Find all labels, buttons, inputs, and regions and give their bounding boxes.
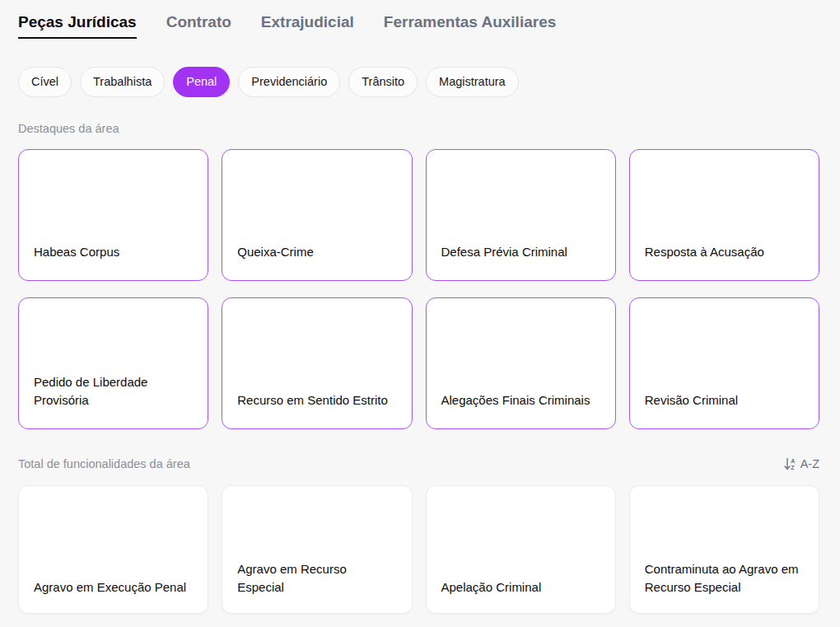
top-nav: Peças Jurídicas Contrato Extrajudicial F… <box>18 13 819 39</box>
tab-label: Contrato <box>166 13 231 30</box>
highlights-section-title: Destaques da área <box>18 122 819 135</box>
tab-label: Ferramentas Auxiliares <box>384 13 556 30</box>
feature-card-contraminuta-ao-agravo-em-recurso-especial[interactable]: Contraminuta ao Agravo em Recurso Especi… <box>629 485 819 614</box>
feature-card-revisao-criminal[interactable]: Revisão Criminal <box>629 297 819 429</box>
tab-ferramentas-auxiliares[interactable]: Ferramentas Auxiliares <box>384 13 556 39</box>
feature-card-queixa-crime[interactable]: Queixa-Crime <box>222 149 412 281</box>
feature-card-agravo-em-recurso-especial[interactable]: Agravo em Recurso Especial <box>222 485 412 614</box>
filter-pill-previdenciario[interactable]: Previdenciário <box>238 67 340 97</box>
tab-pecas-juridicas[interactable]: Peças Jurídicas <box>18 13 137 39</box>
feature-card-label: Apelação Criminal <box>441 578 542 597</box>
total-section-title: Total de funcionalidades da área <box>18 457 190 470</box>
feature-card-resposta-a-acusacao[interactable]: Resposta à Acusação <box>629 149 819 281</box>
feature-card-label: Alegações Finais Criminais <box>441 391 590 409</box>
filter-pill-transito[interactable]: Trânsito <box>348 67 418 97</box>
feature-card-label: Contraminuta ao Agravo em Recurso Especi… <box>645 560 804 597</box>
feature-card-apelacao-criminal[interactable]: Apelação Criminal <box>426 485 616 614</box>
filter-pill-trabalhista[interactable]: Trabalhista <box>80 67 165 97</box>
filter-pill-penal[interactable]: Penal <box>173 67 230 97</box>
tab-contrato[interactable]: Contrato <box>166 13 231 39</box>
feature-card-defesa-previa-criminal[interactable]: Defesa Prévia Criminal <box>426 149 616 281</box>
filter-pill-label: Cível <box>31 75 58 88</box>
sort-alphabetical-button[interactable]: A Z A-Z <box>784 457 819 470</box>
area-filter-pills: Cível Trabalhista Penal Previdenciário T… <box>18 67 819 97</box>
feature-card-label: Revisão Criminal <box>645 391 738 409</box>
filter-pill-label: Magistratura <box>439 75 506 88</box>
filter-pill-magistratura[interactable]: Magistratura <box>426 67 519 97</box>
filter-pill-label: Previdenciário <box>251 75 327 88</box>
feature-card-alegacoes-finais-criminais[interactable]: Alegações Finais Criminais <box>426 297 616 429</box>
feature-card-habeas-corpus[interactable]: Habeas Corpus <box>18 149 208 281</box>
tab-label: Peças Jurídicas <box>18 13 137 30</box>
svg-text:A: A <box>791 458 795 464</box>
feature-card-label: Pedido de Liberdade Provisória <box>34 373 193 409</box>
filter-pill-civel[interactable]: Cível <box>18 67 72 97</box>
highlights-grid: Habeas Corpus Queixa-Crime Defesa Prévia… <box>18 149 819 429</box>
sort-label: A-Z <box>800 457 819 470</box>
feature-card-recurso-em-sentido-estrito[interactable]: Recurso em Sentido Estrito <box>222 297 412 429</box>
tab-label: Extrajudicial <box>261 13 354 30</box>
all-features-grid: Agravo em Execução Penal Agravo em Recur… <box>18 485 819 614</box>
total-section-header: Total de funcionalidades da área A Z A-Z <box>18 457 819 470</box>
feature-card-label: Defesa Prévia Criminal <box>441 243 567 261</box>
feature-card-agravo-em-execucao-penal[interactable]: Agravo em Execução Penal <box>18 485 208 614</box>
filter-pill-label: Trânsito <box>362 75 404 88</box>
svg-text:Z: Z <box>791 465 795 470</box>
feature-card-label: Habeas Corpus <box>34 243 119 261</box>
feature-card-pedido-de-liberdade-provisoria[interactable]: Pedido de Liberdade Provisória <box>18 297 208 429</box>
feature-card-label: Resposta à Acusação <box>645 243 764 261</box>
filter-pill-label: Penal <box>186 75 217 88</box>
feature-card-label: Queixa-Crime <box>237 243 314 261</box>
tab-extrajudicial[interactable]: Extrajudicial <box>261 13 354 39</box>
feature-card-label: Recurso em Sentido Estrito <box>237 391 388 409</box>
filter-pill-label: Trabalhista <box>93 75 152 88</box>
main-content: Peças Jurídicas Contrato Extrajudicial F… <box>0 0 840 614</box>
feature-card-label: Agravo em Execução Penal <box>34 578 186 597</box>
sort-alphabetical-down-icon: A Z <box>784 457 796 470</box>
feature-card-label: Agravo em Recurso Especial <box>237 560 396 597</box>
